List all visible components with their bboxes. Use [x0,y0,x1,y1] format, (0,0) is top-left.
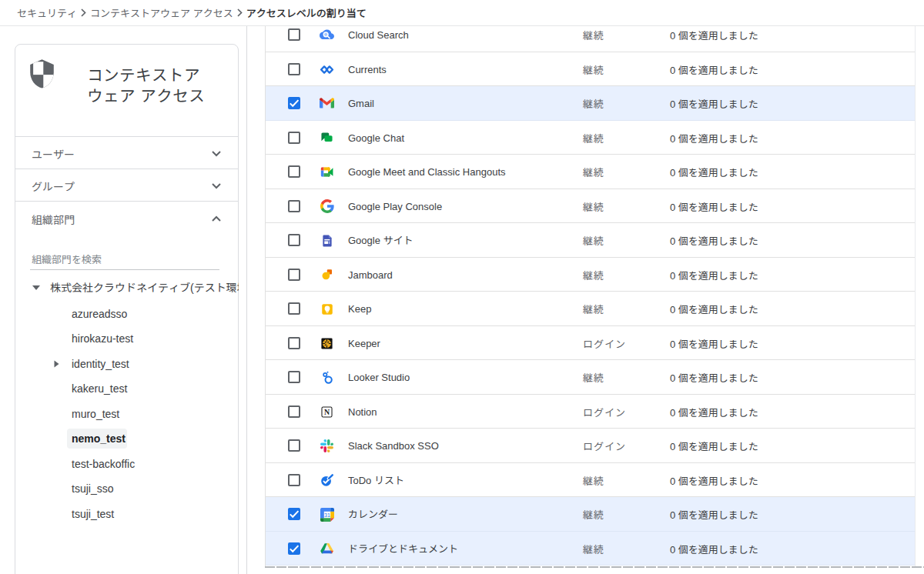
svg-text:N: N [324,408,330,416]
svg-text:31: 31 [324,512,330,518]
